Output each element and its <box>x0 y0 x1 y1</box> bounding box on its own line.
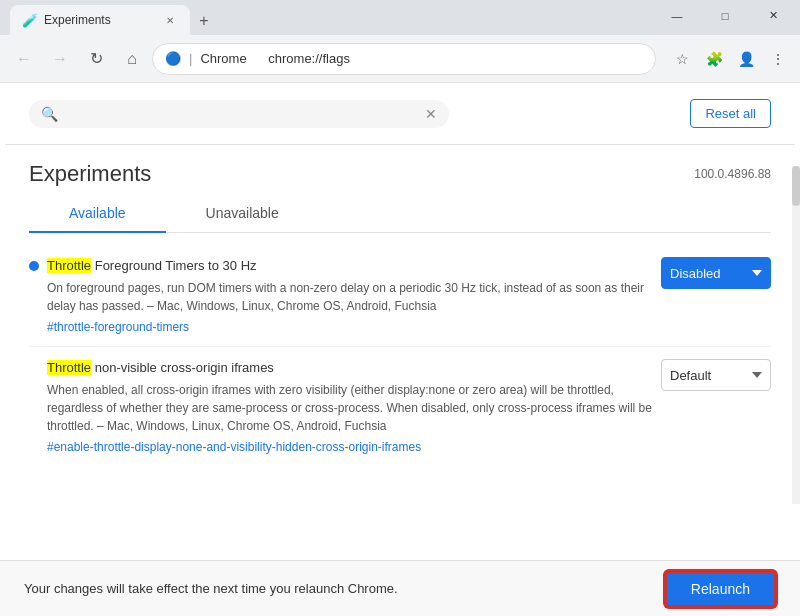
window-controls: — □ ✕ <box>654 0 800 35</box>
search-area: 🔍 throttle ✕ Reset all <box>5 83 795 145</box>
close-button[interactable]: ✕ <box>750 2 796 30</box>
flag-link-1[interactable]: #throttle-foreground-timers <box>47 320 189 334</box>
flag-list: Throttle Foreground Timers to 30 Hz On f… <box>5 233 795 478</box>
flag-item-2: Throttle non-visible cross-origin iframe… <box>29 347 771 466</box>
nav-bar: ← → ↻ ⌂ 🔵 | Chrome ☆ 🧩 👤 ⋮ <box>0 35 800 83</box>
flag-highlight-1: Throttle <box>47 258 91 273</box>
reset-all-button[interactable]: Reset all <box>690 99 771 128</box>
flag-title-suffix-1: Foreground Timers to 30 Hz <box>91 258 256 273</box>
flag-control-1: Default Enabled Disabled <box>661 257 771 289</box>
home-button[interactable]: ⌂ <box>116 43 148 75</box>
new-tab-button[interactable]: + <box>190 7 218 35</box>
flag-content-1: Throttle Foreground Timers to 30 Hz On f… <box>47 257 653 334</box>
tabs-row: Available Unavailable <box>29 195 771 233</box>
scrollbar-thumb[interactable] <box>792 166 800 206</box>
tab-unavailable[interactable]: Unavailable <box>166 195 319 233</box>
bottom-bar-message: Your changes will take effect the next t… <box>24 581 649 596</box>
flag-control-2: Default Enabled Disabled <box>661 359 771 391</box>
relaunch-button[interactable]: Relaunch <box>665 571 776 607</box>
title-bar: 🧪 Experiments ✕ + — □ ✕ <box>0 0 800 35</box>
flag-select-2[interactable]: Default Enabled Disabled <box>661 359 771 391</box>
page-title: Experiments <box>29 161 151 187</box>
address-input[interactable] <box>268 51 643 66</box>
flag-select-1[interactable]: Default Enabled Disabled <box>661 257 771 289</box>
search-clear-icon[interactable]: ✕ <box>425 106 437 122</box>
flag-content-2: Throttle non-visible cross-origin iframe… <box>47 359 653 454</box>
refresh-button[interactable]: ↻ <box>80 43 112 75</box>
experiments-header: Experiments 100.0.4896.88 <box>5 145 795 187</box>
scrollbar-track <box>792 166 800 504</box>
nav-right-icons: ☆ 🧩 👤 ⋮ <box>668 45 792 73</box>
address-bar[interactable]: 🔵 | Chrome <box>152 43 656 75</box>
search-input[interactable]: throttle <box>66 106 417 121</box>
forward-button[interactable]: → <box>44 43 76 75</box>
page-content: 🔍 throttle ✕ Reset all Experiments 100.0… <box>5 83 795 560</box>
search-icon: 🔍 <box>41 106 58 122</box>
flag-title-suffix-2: non-visible cross-origin iframes <box>91 360 274 375</box>
profile-icon[interactable]: 👤 <box>732 45 760 73</box>
flag-title-1: Throttle Foreground Timers to 30 Hz <box>47 257 653 275</box>
version-text: 100.0.4896.88 <box>694 167 771 181</box>
flag-desc-2: When enabled, all cross-origin iframes w… <box>47 381 653 435</box>
browser-window: 🧪 Experiments ✕ + — □ ✕ ← → ↻ ⌂ 🔵 | Chro… <box>0 0 800 616</box>
tab-close-button[interactable]: ✕ <box>162 12 178 28</box>
flag-item-1: Throttle Foreground Timers to 30 Hz On f… <box>29 245 771 347</box>
tab-available[interactable]: Available <box>29 195 166 233</box>
menu-icon[interactable]: ⋮ <box>764 45 792 73</box>
bottom-bar: Your changes will take effect the next t… <box>0 560 800 616</box>
minimize-button[interactable]: — <box>654 2 700 30</box>
address-path <box>257 51 261 66</box>
flag-title-2: Throttle non-visible cross-origin iframe… <box>47 359 653 377</box>
site-favicon: 🔵 <box>165 51 181 67</box>
maximize-button[interactable]: □ <box>702 2 748 30</box>
bookmark-icon[interactable]: ☆ <box>668 45 696 73</box>
search-wrapper: 🔍 throttle ✕ <box>29 100 449 128</box>
back-button[interactable]: ← <box>8 43 40 75</box>
flag-dot-1 <box>29 261 39 271</box>
tab-title: Experiments <box>44 13 154 27</box>
address-separator: | <box>189 51 192 66</box>
flag-desc-1: On foreground pages, run DOM timers with… <box>47 279 653 315</box>
address-scheme: Chrome <box>200 51 246 66</box>
tab-favicon: 🧪 <box>22 13 36 27</box>
active-tab[interactable]: 🧪 Experiments ✕ <box>10 5 190 35</box>
extensions-icon[interactable]: 🧩 <box>700 45 728 73</box>
flag-highlight-2: Throttle <box>47 360 91 375</box>
flag-link-2[interactable]: #enable-throttle-display-none-and-visibi… <box>47 440 421 454</box>
